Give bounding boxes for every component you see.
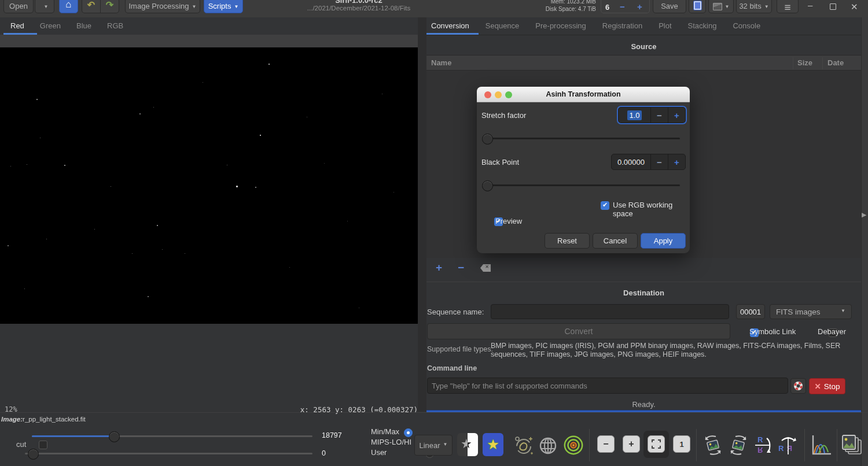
rgb-working-space-checkbox[interactable] [601, 201, 609, 210]
scripts-menu[interactable]: Scripts▼ [204, 0, 243, 13]
maximize-button[interactable] [830, 3, 836, 10]
snapshot-button[interactable] [689, 0, 706, 13]
status-text: Ready. [426, 400, 861, 409]
column-size[interactable]: Size [797, 58, 812, 67]
supported-types-label: Supported file types: [427, 345, 493, 353]
command-help-button[interactable] [790, 378, 806, 394]
stop-button[interactable]: ✕ Stop [809, 378, 845, 394]
bit-depth-dropdown[interactable]: 32 bits▼ [736, 0, 772, 13]
preview-label: Preview [495, 217, 522, 225]
stretch-factor-spinbox[interactable]: 1.0 − + [618, 107, 686, 123]
black-point-slider-track[interactable] [485, 184, 680, 186]
debayer-label: Debayer [818, 327, 846, 336]
zoom-out-button[interactable]: − [597, 435, 615, 453]
chevron-down-icon: ▼ [234, 4, 238, 9]
hamburger-menu-button[interactable]: ≡ [777, 0, 799, 13]
star-point [359, 308, 359, 308]
black-point-label: Black Point [481, 158, 519, 167]
star-icon: ★ [461, 437, 472, 452]
image-label: Image: [1, 416, 23, 423]
add-files-button[interactable]: + [436, 261, 442, 274]
stretch-plus-button[interactable]: + [668, 108, 685, 123]
flip-horizontal-button[interactable]: R R [777, 432, 800, 458]
photometry-star-toggle[interactable]: ★ [483, 433, 503, 456]
command-input[interactable] [427, 378, 788, 394]
chevron-down-icon: ▼ [443, 442, 448, 447]
reset-button[interactable]: Reset [545, 233, 590, 249]
image-processing-menu[interactable]: Image Processing▼ [125, 0, 200, 13]
star-point [10, 166, 11, 167]
remove-files-button[interactable]: − [458, 261, 464, 274]
tab-rgb[interactable]: RGB [107, 21, 123, 30]
apply-button[interactable]: Apply [641, 233, 686, 249]
black-point-slider-handle[interactable] [482, 180, 493, 191]
histogram-icon [809, 433, 833, 457]
black-point-value[interactable]: 0.00000 [617, 158, 645, 167]
redo-button[interactable]: ↷ [100, 0, 119, 13]
tab-preprocessing[interactable]: Pre-processing [535, 21, 586, 30]
supported-types-text: BMP images, PIC images (IRIS), PGM and P… [491, 342, 856, 358]
undo-button[interactable]: ↶ [82, 0, 101, 13]
home-button[interactable]: ⌂ [59, 0, 78, 13]
tab-stacking[interactable]: Stacking [688, 21, 717, 30]
pane-divider[interactable] [418, 17, 426, 412]
sequence-frames-button[interactable] [839, 432, 866, 458]
zoom-fit-button[interactable] [648, 435, 665, 453]
tab-green[interactable]: Green [40, 21, 61, 30]
start-index-field[interactable]: 00001 [736, 304, 765, 319]
star-detection-toggle[interactable]: ★ [457, 433, 478, 456]
close-button[interactable]: ✕ [851, 2, 858, 12]
tab-plot[interactable]: Plot [659, 21, 671, 30]
column-date[interactable]: Date [827, 58, 844, 67]
tab-conversion[interactable]: Conversion [431, 21, 469, 30]
tab-registration[interactable]: Registration [602, 21, 642, 30]
zoom-one-button[interactable]: 1 [673, 435, 690, 453]
stretch-slider-handle[interactable] [482, 134, 493, 145]
lo-slider-track[interactable] [25, 453, 312, 454]
output-format-dropdown[interactable]: FITS images ▼ [770, 304, 852, 319]
column-name[interactable]: Name [431, 58, 451, 67]
export-image-dropdown[interactable]: ▼ [708, 0, 734, 13]
stretch-slider-track[interactable] [485, 138, 680, 139]
thread-minus-button[interactable]: − [620, 2, 625, 12]
convert-button[interactable]: Convert [427, 323, 730, 339]
flip-vertical-button[interactable]: R R [752, 432, 775, 458]
lo-slider-handle[interactable] [28, 449, 39, 460]
save-button[interactable]: Save [653, 0, 686, 13]
scale-mode-dropdown[interactable]: Linear ▼ [414, 435, 453, 456]
rotate-cw-button[interactable] [727, 432, 750, 458]
stretch-factor-value[interactable]: 1.0 [627, 110, 641, 120]
annotations-button[interactable] [537, 432, 559, 458]
stretch-minus-button[interactable]: − [650, 108, 668, 123]
minmax-radio[interactable] [404, 428, 413, 437]
thread-plus-button[interactable]: + [637, 2, 642, 12]
tab-sequence[interactable]: Sequence [486, 21, 520, 30]
star-point [157, 225, 158, 226]
star-point [46, 239, 47, 239]
rotate-ccw-button[interactable] [701, 432, 724, 458]
window-title: Siril-1.0.0-rc2 [260, 0, 457, 5]
hamburger-icon: ≡ [784, 5, 790, 10]
photometry-target-button[interactable] [562, 432, 584, 458]
image-canvas[interactable] [0, 47, 418, 324]
sequence-name-input[interactable] [491, 304, 729, 319]
astrometry-button[interactable] [513, 432, 535, 458]
black-point-plus-button[interactable]: + [668, 154, 685, 169]
hi-slider-handle[interactable] [109, 431, 120, 442]
tab-blue[interactable]: Blue [76, 21, 91, 30]
open-button[interactable]: Open [3, 0, 34, 13]
minimize-button[interactable]: – [808, 0, 812, 10]
zoom-in-button[interactable]: + [623, 435, 640, 453]
cancel-button[interactable]: Cancel [593, 233, 638, 249]
dialog-titlebar[interactable]: Asinh Transformation [477, 87, 690, 102]
cut-checkbox[interactable] [39, 441, 47, 449]
tab-console[interactable]: Console [733, 21, 760, 30]
histogram-button[interactable] [808, 432, 834, 458]
black-point-spinbox[interactable]: 0.00000 − + [611, 154, 686, 170]
clear-list-icon[interactable] [480, 264, 491, 272]
panel-expander-icon[interactable]: ▶ [862, 211, 866, 219]
black-point-minus-button[interactable]: − [650, 154, 668, 169]
open-recent-dropdown[interactable]: ▼ [35, 0, 54, 13]
star-point [203, 82, 203, 83]
tab-red[interactable]: Red [10, 21, 24, 30]
